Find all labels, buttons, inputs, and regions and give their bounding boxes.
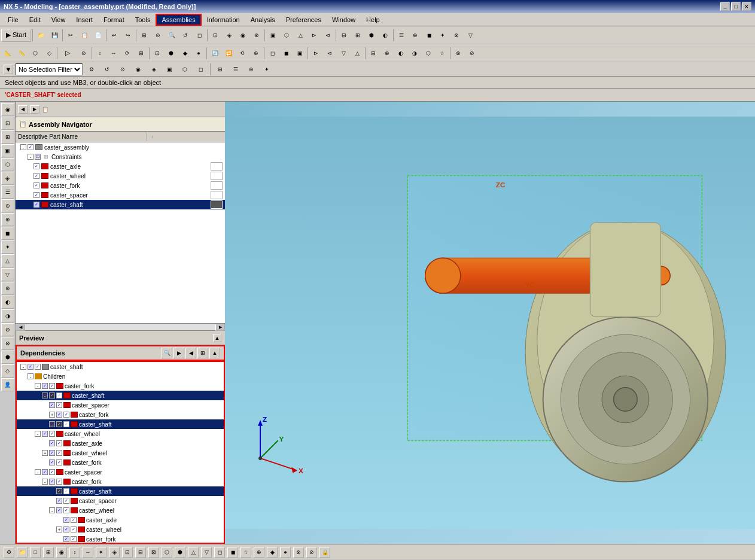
3d-viewport[interactable]: Z X Y ZC YC Context Control ▶ Comp [225,102,755,544]
deps-check-fork-l3b[interactable]: ✓ [49,479,55,485]
deps-check2-axle-l3[interactable]: ✓ [56,440,62,446]
tb2-icon-31[interactable]: ☆ [436,47,449,60]
deps-expand-wheel-l3[interactable]: + [42,450,48,456]
deps-children-folder[interactable]: - Children [17,372,224,381]
deps-check-fork-l3[interactable]: ✓ [49,459,55,465]
dependencies-panel[interactable]: - ✓ ✓ caster_shaft - Children - ✓ ✓ cast… [16,361,225,544]
deps-caster-spacer-l3[interactable]: ✓ ✓ caster_spacer [17,400,224,410]
tb2-icon-21[interactable]: ▣ [293,47,306,60]
deps-expand-root[interactable]: - [20,364,26,370]
filter-settings-btn[interactable]: ⚙ [85,63,98,76]
deps-check-shaft-l4[interactable]: ✓ [56,421,62,427]
tb-icon-4[interactable]: ↺ [179,29,192,42]
tb-icon-2[interactable]: ⊙ [151,29,165,42]
deps-collapse-btn[interactable]: ▲ [209,348,220,358]
checkbox-caster-shaft[interactable]: ✓ [34,202,39,208]
deps-check-wheel-l4[interactable]: ✓ [56,507,62,513]
deps-expand-spacer-l2[interactable]: - [35,469,41,475]
tb2-icon-8[interactable]: ↔ [107,47,120,60]
status-icon-13[interactable]: ⬡ [162,547,172,558]
tb-icon-9[interactable]: ⊛ [250,29,263,42]
status-icon-24[interactable]: ⊘ [306,547,317,558]
status-icon-11[interactable]: ⊟ [135,547,146,558]
menu-information[interactable]: Information [202,14,245,25]
tb-icon-19[interactable]: ☰ [395,29,408,42]
titlebar-controls[interactable]: _ □ × [720,2,751,11]
tb2-icon-5[interactable]: ▷ [59,47,77,60]
tree-item-caster-fork[interactable]: ✓ caster_fork [16,181,225,190]
left-icon-19[interactable]: ⬢ [1,351,14,364]
tb2-icon-19[interactable]: ◻ [266,47,279,60]
tb2-icon-1[interactable]: 📐 [1,47,14,60]
status-icon-22[interactable]: ● [280,547,291,558]
tb-icon-10[interactable]: ▣ [266,29,279,42]
tb-icon-12[interactable]: △ [294,29,307,42]
tree-item-caster-spacer[interactable]: ✓ caster_spacer [16,190,225,200]
left-icon-12[interactable]: △ [1,254,14,267]
deps-expand-fork-l2[interactable]: - [35,383,41,389]
tb2-icon-3[interactable]: ⬡ [29,47,42,60]
deps-check-spacer-l3[interactable]: ✓ [49,402,55,408]
deps-caster-shaft-l4b[interactable]: ✓ ✓ caster_shaft [17,486,224,496]
deps-check2-wheel-l3[interactable]: ✓ [56,450,62,456]
menu-analysis[interactable]: Analysis [245,14,281,25]
tree-item-constraints[interactable]: - ☐ ⊞ Constraints [16,152,225,162]
deps-caster-fork-l3[interactable]: ✓ ✓ caster_fork [17,458,224,467]
tb-icon-15[interactable]: ⊟ [337,29,351,42]
status-icon-10[interactable]: ⊡ [122,547,133,558]
tb2-icon-18[interactable]: ⊛ [249,47,263,60]
left-icon-6[interactable]: ◈ [1,172,14,185]
filter-btn-6[interactable]: ⬡ [178,63,191,76]
tb2-icon-28[interactable]: ◐ [394,47,407,60]
tree-item-caster-axle[interactable]: ✓ caster_axle [16,162,225,171]
deps-check-shaft-l4b[interactable]: ✓ [56,488,62,494]
filter-btn-3[interactable]: ◉ [132,63,145,76]
filter-btn-7[interactable]: ◻ [194,63,207,76]
deps-expand-shaft-l4[interactable]: - [49,421,55,427]
status-icon-3[interactable]: □ [30,547,41,558]
deps-check2-shaft-l4[interactable]: ✓ [63,421,69,427]
open-btn[interactable]: 📁 [34,29,47,42]
selection-filter-dropdown[interactable]: No Selection Filter [16,63,83,75]
status-icon-21[interactable]: ◆ [267,547,278,558]
deps-check2-shaft-l3[interactable]: ✓ [56,392,62,398]
status-icon-12[interactable]: ⊠ [148,547,159,558]
left-icon-1[interactable]: ◉ [1,103,14,116]
deps-check-fork-l2[interactable]: ✓ [42,383,48,389]
status-icon-25[interactable]: 🔒 [319,547,330,558]
deps-check2-fork-l3[interactable]: ✓ [56,459,62,465]
tb2-icon-20[interactable]: ◼ [279,47,293,60]
tree-item-caster-shaft[interactable]: ✓ caster_shaft [16,200,225,209]
tb-icon-11[interactable]: ⬡ [280,29,293,42]
tb-icon-13[interactable]: ⊳ [308,29,321,42]
deps-check-root[interactable]: ✓ [28,364,34,370]
deps-check2-wheel-l4[interactable]: ✓ [63,507,69,513]
tb2-icon-9[interactable]: ⟳ [121,47,134,60]
deps-check-axle-l3[interactable]: ✓ [49,440,55,446]
left-icon-13[interactable]: ▽ [1,268,14,281]
deps-check2-spacer-l4[interactable]: ✓ [63,498,69,504]
tb2-icon-25[interactable]: △ [351,47,364,60]
deps-caster-shaft-l3[interactable]: - ✓ ✓ caster_shaft [17,391,224,400]
filter-icon[interactable]: ▼ [4,65,13,74]
tb2-icon-32[interactable]: ⊗ [452,47,465,60]
deps-item-root[interactable]: - ✓ ✓ caster_shaft [17,362,224,372]
deps-check2-root[interactable]: ✓ [35,364,41,370]
tb-icon-6[interactable]: ⊡ [209,29,222,42]
deps-check-fork-l4[interactable]: ✓ [56,412,62,418]
deps-caster-spacer-l2[interactable]: - ✓ ✓ caster_spacer [17,467,224,477]
tb-icon-21[interactable]: ◼ [422,29,436,42]
left-icon-9[interactable]: ⊕ [1,213,14,226]
menu-insert[interactable]: Insert [71,14,98,25]
copy-btn[interactable]: 📋 [78,29,91,42]
tb2-icon-26[interactable]: ⊟ [367,47,380,60]
tb-icon-14[interactable]: ⊲ [321,29,334,42]
deps-check2-fork-l4[interactable]: ✓ [63,412,69,418]
left-icon-10[interactable]: ◼ [1,227,14,240]
save-btn[interactable]: 💾 [48,29,61,42]
filter-btn-4[interactable]: ◈ [147,63,160,76]
deps-expand-fork-l3b[interactable]: - [42,479,48,485]
left-icon-11[interactable]: ✦ [1,241,14,254]
filter-btn-9[interactable]: ☰ [229,63,242,76]
left-icon-7[interactable]: ☰ [1,185,14,199]
